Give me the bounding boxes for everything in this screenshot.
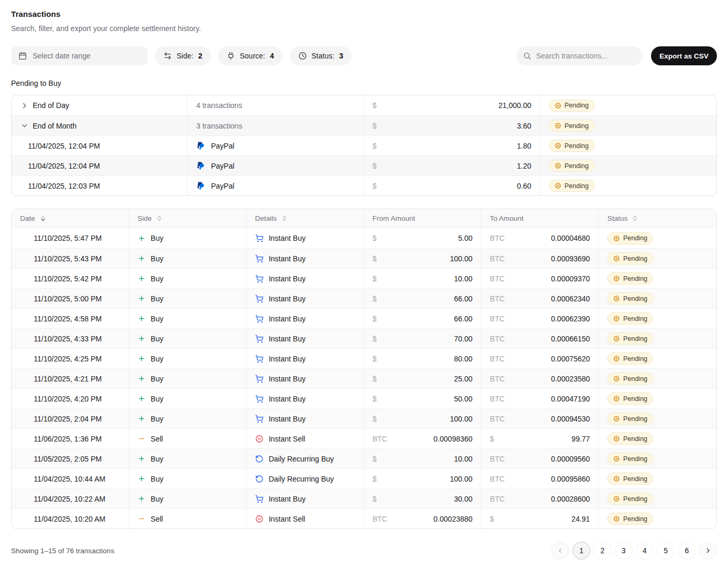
group-name-cell[interactable]: End of Month — [12, 116, 188, 135]
column-label: From Amount — [372, 214, 415, 222]
date-cell: 11/04/2025, 10:22 AM — [12, 489, 129, 508]
status-badge: Pending — [607, 373, 653, 385]
from-amount-cell: $100.00 — [364, 469, 481, 488]
pending-dot-icon — [613, 375, 620, 382]
to-amount-cell: BTC0.00062390 — [481, 309, 599, 328]
date-cell: 11/10/2025, 5:43 PM — [12, 249, 129, 268]
column-header-details[interactable]: Details — [247, 209, 364, 228]
details-label: Instant Sell — [269, 515, 305, 523]
status-cell: Pending — [599, 509, 716, 528]
transactions-page: Transactions Search, filter, and export … — [0, 0, 728, 560]
column-header-status[interactable]: Status — [599, 209, 716, 228]
transaction-date: 11/06/2025, 1:36 PM — [34, 435, 102, 443]
status-label: Pending — [623, 495, 647, 503]
status-cell: Pending — [599, 269, 716, 288]
status-label: Pending — [623, 275, 647, 282]
currency-symbol: $ — [373, 182, 377, 190]
from-amount-cell: $50.00 — [364, 389, 481, 408]
side-label: Buy — [151, 254, 163, 263]
page-button-4[interactable]: 4 — [636, 542, 654, 560]
transaction-row: 11/10/2025, 4:21 PMBuyInstant Buy$25.00B… — [12, 368, 716, 388]
date-range-picker[interactable]: Select date range — [11, 46, 148, 65]
details-cell: Instant Buy — [247, 269, 364, 288]
status-label: Pending — [623, 475, 647, 483]
from-amount: 0.00023880 — [433, 515, 472, 523]
amount-cell: $1.80 — [364, 136, 540, 155]
pending-to-buy-table: End of Day4 transactions$21,000.00Pendin… — [11, 95, 717, 196]
transaction-row: 11/05/2025, 2:05 PMBuyDaily Recurring Bu… — [12, 448, 716, 468]
plus-icon — [138, 234, 145, 242]
page-button-5[interactable]: 5 — [657, 542, 675, 560]
plus-icon — [138, 335, 145, 342]
page-button-6[interactable]: 6 — [678, 542, 696, 560]
cart-icon — [255, 295, 264, 303]
pending-dot-icon — [613, 455, 620, 462]
side-label: Buy — [151, 234, 163, 242]
from-amount: 50.00 — [454, 395, 472, 403]
arrows-left-right-icon — [163, 52, 172, 60]
details-label: Instant Buy — [269, 275, 306, 283]
currency-symbol: $ — [373, 162, 377, 170]
page-button-1[interactable]: 1 — [572, 542, 590, 560]
source-cell: PayPal — [188, 176, 364, 195]
pending-dot-icon — [555, 182, 561, 189]
details-cell: Daily Recurring Buy — [247, 449, 364, 468]
pill-label: Source: — [240, 52, 265, 60]
side-cell: Buy — [129, 389, 247, 408]
page-button-2[interactable]: 2 — [594, 542, 611, 560]
date-cell: 11/10/2025, 4:58 PM — [12, 309, 129, 328]
transaction-row: 11/10/2025, 4:20 PMBuyInstant Buy$50.00B… — [12, 388, 716, 408]
page-button-3[interactable]: 3 — [615, 542, 633, 560]
prev-page-button[interactable] — [551, 542, 569, 560]
filter-pill-source[interactable]: Source:4 — [218, 46, 283, 65]
transaction-date: 11/04/2025, 10:22 AM — [34, 495, 105, 503]
from-currency: $ — [372, 395, 376, 403]
pending-dot-icon — [613, 255, 620, 262]
transaction-date: 11/04/2025, 10:44 AM — [34, 475, 105, 483]
filter-pill-side[interactable]: Side:2 — [155, 46, 211, 65]
from-currency: $ — [372, 315, 376, 323]
date-cell: 11/04/2025, 12:04 PM — [12, 136, 188, 155]
filter-pill-status[interactable]: Status:3 — [290, 46, 352, 65]
side-label: Buy — [151, 375, 163, 383]
from-amount: 66.00 — [454, 315, 472, 323]
group-name-cell[interactable]: End of Day — [12, 95, 188, 115]
to-currency: BTC — [490, 275, 504, 283]
details-cell: Instant Buy — [247, 369, 364, 388]
pending-dot-icon — [555, 142, 561, 149]
currency-symbol: $ — [373, 142, 377, 150]
status-label: Pending — [565, 122, 589, 130]
status-badge: Pending — [607, 493, 653, 505]
search-box[interactable] — [516, 46, 643, 65]
export-csv-button[interactable]: Export as CSV — [651, 46, 717, 65]
pill-label: Status: — [312, 52, 335, 60]
pending-dot-icon — [613, 395, 620, 402]
to-amount-cell: BTC0.00009560 — [481, 449, 599, 468]
from-currency: $ — [372, 475, 376, 483]
calendar-icon — [18, 52, 27, 60]
rotate-ccw-icon — [255, 475, 264, 483]
next-page-button[interactable] — [699, 542, 717, 560]
status-badge: Pending — [607, 393, 653, 405]
details-label: Instant Buy — [269, 415, 306, 423]
search-input[interactable] — [536, 52, 636, 60]
side-label: Sell — [151, 515, 163, 523]
pagination: 123456 — [551, 542, 717, 560]
source-label: PayPal — [211, 142, 234, 150]
group-count-cell: 3 transactions — [188, 116, 364, 135]
status-badge: Pending — [607, 513, 653, 525]
to-amount: 0.00047190 — [551, 395, 590, 403]
status-badge: Pending — [549, 100, 595, 112]
chevron-left-small-icon — [557, 547, 564, 554]
status-cell: Pending — [599, 249, 716, 268]
from-currency: $ — [372, 495, 376, 503]
side-cell: Buy — [129, 409, 247, 428]
column-header-date[interactable]: Date — [12, 209, 129, 228]
column-label: Side — [138, 214, 152, 222]
status-label: Pending — [565, 162, 589, 170]
column-header-side[interactable]: Side — [129, 209, 247, 228]
cart-icon — [255, 275, 264, 283]
status-label: Pending — [623, 355, 647, 363]
circle-minus-icon — [255, 435, 264, 443]
side-label: Buy — [151, 335, 163, 343]
